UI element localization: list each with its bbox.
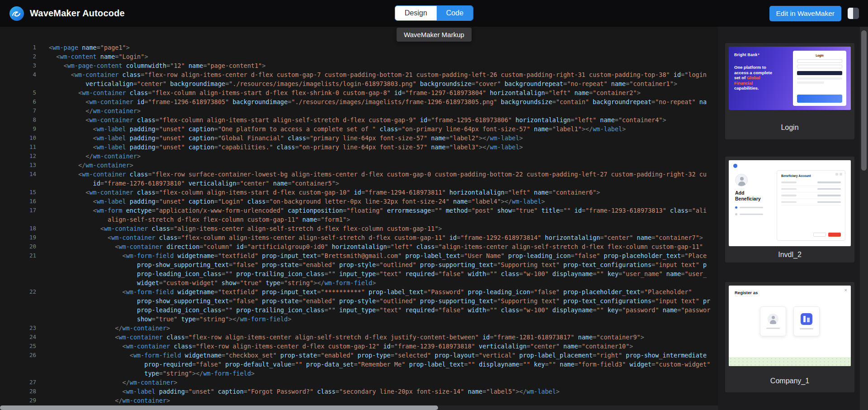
code-line[interactable]: 7</wm-container> bbox=[0, 106, 718, 115]
code-line[interactable]: 21<wm-form-field widgetname="textfield" … bbox=[0, 251, 718, 260]
company-card bbox=[793, 306, 820, 336]
sidebar-item-company-1[interactable]: Register as × Company_1 bbox=[725, 282, 854, 392]
line-number: 10 bbox=[0, 133, 36, 143]
code-line[interactable]: 26<wm-form-field widgetname="checkbox_se… bbox=[0, 351, 718, 360]
person-icon bbox=[768, 314, 778, 324]
beneficiary-account-panel: Beneficiary Account bbox=[777, 170, 845, 241]
code-line[interactable]: 22<wm-form-field widgetname="textfield" … bbox=[0, 287, 718, 296]
code-line[interactable]: type="string"></wm-form-field> bbox=[0, 369, 718, 378]
code-line[interactable]: 3<wm-page-content columnwidth="12" name=… bbox=[0, 61, 718, 70]
code-text: </wm-container> bbox=[49, 324, 170, 333]
code-line[interactable]: 25<wm-container class="flex-row align-it… bbox=[0, 342, 718, 351]
code-line[interactable]: 13</wm-container> bbox=[0, 161, 718, 170]
preview-text-row bbox=[797, 81, 824, 84]
code-line[interactable]: 4<wm-container class="flex-row align-ite… bbox=[0, 70, 718, 79]
code-line[interactable]: 17<wm-form enctype="application/x-www-fo… bbox=[0, 206, 718, 215]
code-line[interactable]: 16<wm-label padding="unset" caption="Log… bbox=[0, 197, 718, 206]
edit-in-wavemaker-button[interactable]: Edit in WaveMaker bbox=[769, 6, 842, 21]
card-text-placeholder bbox=[766, 328, 780, 329]
code-line[interactable]: 27</wm-container> bbox=[0, 378, 718, 387]
line-number: 27 bbox=[0, 378, 36, 387]
line-number: 9 bbox=[0, 124, 36, 133]
preview-input bbox=[797, 59, 842, 63]
step-row bbox=[735, 213, 776, 215]
code-line[interactable]: 12</wm-container> bbox=[0, 152, 718, 161]
preview-input bbox=[797, 65, 842, 68]
line-number: 12 bbox=[0, 152, 36, 161]
code-line[interactable]: prop-leading_icon_class="" prop-trailing… bbox=[0, 269, 718, 278]
code-line[interactable]: 28<wm-label padding="unset" caption="For… bbox=[0, 387, 718, 396]
code-line[interactable]: 18<wm-container class="align-items-cente… bbox=[0, 224, 718, 233]
markup-tooltip: WaveMaker Markup bbox=[396, 28, 472, 42]
code-text: </wm-container> bbox=[49, 161, 133, 170]
preview-cancel-button bbox=[813, 233, 826, 237]
horizontal-scrollbar-thumb[interactable] bbox=[0, 405, 438, 410]
code-text: <wm-container class="flex-column align-i… bbox=[49, 115, 666, 124]
line-number bbox=[0, 79, 36, 88]
code-text: <wm-content name="Login"> bbox=[49, 52, 148, 61]
add-beneficiary-title: Add Beneficiary bbox=[735, 190, 776, 202]
code-line[interactable]: 23</wm-container> bbox=[0, 324, 718, 333]
code-line[interactable]: prop-required="false" prop-default_value… bbox=[0, 360, 718, 369]
code-line[interactable]: verticalalign="center" backgroundimage="… bbox=[0, 79, 718, 88]
code-text: <wm-container class="flex-row align-item… bbox=[49, 342, 633, 351]
code-line[interactable]: prop-leading_icon_class="" prop-trailing… bbox=[0, 305, 718, 315]
horizontal-scrollbar[interactable] bbox=[0, 405, 718, 410]
vertical-scrollbar[interactable] bbox=[860, 27, 868, 410]
line-number: 18 bbox=[0, 224, 36, 233]
code-line[interactable]: 19<wm-container class="flex-column align… bbox=[0, 233, 718, 242]
login-page-thumbnail: Bright Bank✦ One platform to access a co… bbox=[729, 47, 851, 110]
invdl-page-thumbnail: Add Beneficiary Beneficiary Account bbox=[729, 160, 851, 246]
design-tab[interactable]: Design bbox=[395, 6, 437, 20]
main-area: 1<wm-page name="page1">2<wm-content name… bbox=[0, 27, 868, 410]
code-line[interactable]: widget="custom-widget" show="true" type=… bbox=[0, 278, 718, 287]
code-line[interactable]: 15<wm-container class="flex-column align… bbox=[0, 188, 718, 197]
code-line[interactable]: 24<wm-container class="flex-row align-it… bbox=[0, 333, 718, 342]
page-name-label: Login bbox=[729, 110, 851, 139]
code-line[interactable]: show="true" type="string"></wm-form-fiel… bbox=[0, 315, 718, 324]
code-line[interactable]: prop-show_supporting_text="false" prop-s… bbox=[0, 296, 718, 305]
code-line[interactable]: prop-show_supporting_text="false" prop-s… bbox=[0, 260, 718, 269]
code-line[interactable]: 29</wm-container> bbox=[0, 396, 718, 405]
line-number bbox=[0, 315, 36, 324]
page-name-label: Invdl_2 bbox=[729, 246, 851, 262]
code-line[interactable]: align-self-stretch d-flex flex-column cu… bbox=[0, 215, 718, 224]
panel-row bbox=[781, 192, 841, 199]
code-tab[interactable]: Code bbox=[437, 6, 473, 20]
code-text: <wm-label padding="unset" caption="Forgo… bbox=[49, 387, 560, 396]
line-number: 22 bbox=[0, 287, 36, 296]
preview-submit-button bbox=[828, 233, 841, 237]
code-text: type="string"></wm-form-field> bbox=[49, 369, 255, 378]
line-number: 4 bbox=[0, 70, 36, 79]
wavemaker-autocode-window: WaveMaker Autocode Design Code Edit in W… bbox=[0, 0, 868, 410]
individual-card bbox=[760, 306, 786, 336]
code-line[interactable]: 8<wm-container class="flex-column align-… bbox=[0, 115, 718, 124]
code-line[interactable]: 6<wm-container id="frame-1296-618973805"… bbox=[0, 97, 718, 106]
close-icon: × bbox=[844, 287, 847, 293]
code-line[interactable]: 20<wm-container direction="column" id="a… bbox=[0, 242, 718, 251]
code-line[interactable]: 14<wm-container class="flex-row surface-… bbox=[0, 170, 718, 179]
line-number: 21 bbox=[0, 251, 36, 260]
code-line[interactable]: 1<wm-page name="page1"> bbox=[0, 43, 718, 52]
brand: WaveMaker Autocode bbox=[9, 6, 125, 21]
code-line[interactable]: 2<wm-content name="Login"> bbox=[0, 52, 718, 61]
line-number bbox=[0, 369, 36, 378]
code-text: </wm-container> bbox=[49, 106, 141, 115]
theme-toggle-icon[interactable] bbox=[848, 8, 859, 19]
code-line[interactable]: 10<wm-label padding="unset" caption="Glo… bbox=[0, 133, 718, 143]
line-number bbox=[0, 296, 36, 305]
vertical-scrollbar-thumb[interactable] bbox=[861, 30, 867, 171]
code-line[interactable]: id="frame-1276-618973810" verticalalign=… bbox=[0, 179, 718, 188]
code-line[interactable]: 11<wm-label padding="unset" caption="cap… bbox=[0, 143, 718, 152]
brand-text: Bright Bank✦ bbox=[734, 52, 760, 57]
sidebar-item-login[interactable]: Bright Bank✦ One platform to access a co… bbox=[725, 43, 854, 139]
code-line[interactable]: 5<wm-container class="flex-column align-… bbox=[0, 88, 718, 97]
code-text: <wm-label padding="unset" caption="Globa… bbox=[49, 133, 523, 143]
line-number: 25 bbox=[0, 342, 36, 351]
code-line[interactable]: 9<wm-label padding="unset" caption="One … bbox=[0, 124, 718, 133]
line-number: 17 bbox=[0, 206, 36, 215]
design-code-toggle: Design Code bbox=[395, 5, 473, 21]
code-editor[interactable]: 1<wm-page name="page1">2<wm-content name… bbox=[0, 27, 718, 410]
step-dot-icon bbox=[735, 213, 737, 215]
sidebar-item-invdl-2[interactable]: Add Beneficiary Beneficiary Account bbox=[725, 157, 854, 262]
